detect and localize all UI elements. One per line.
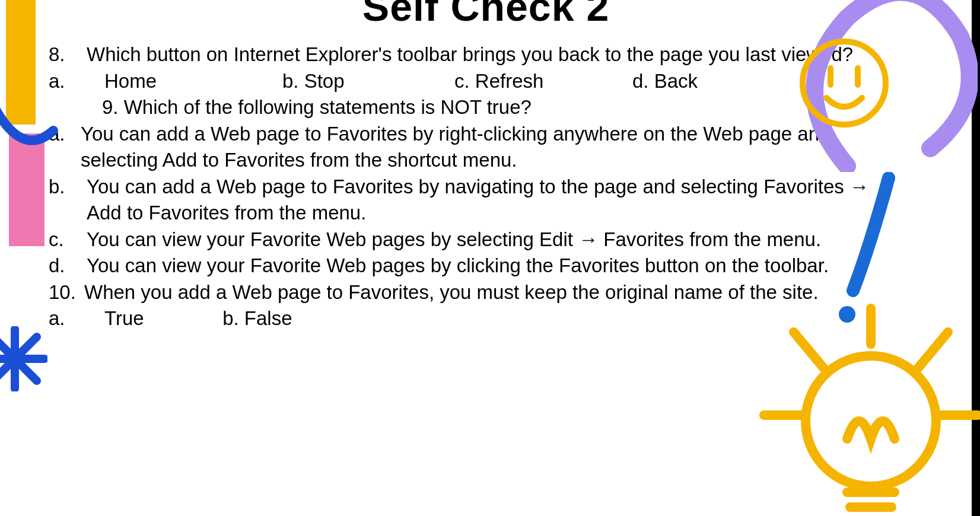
q8-options: a. Home b. Stop c. Refresh d. Back [49, 68, 877, 95]
q9-option-b-row: b. You can add a Web page to Favorites b… [49, 174, 877, 227]
q10-option-a: True [81, 305, 217, 332]
svg-line-5 [0, 337, 37, 381]
q9-a-label: a. [49, 121, 81, 174]
q10-text: When you add a Web page to Favorites, yo… [84, 279, 877, 306]
q9-option-d: You can view your Favorite Web pages by … [81, 253, 877, 279]
slide-title: Self Check 2 [0, 0, 972, 30]
pink-rect-icon [9, 133, 44, 246]
blue-asterisk-icon [0, 326, 47, 391]
q9-d-label: d. [49, 253, 81, 279]
svg-rect-1 [9, 133, 44, 246]
q9-option-c-row: c. You can view your Favorite Web pages … [49, 227, 877, 253]
q8-number: 8. [49, 42, 81, 68]
question-8: 8. Which button on Internet Explorer's t… [49, 42, 877, 68]
q9-option-a: You can add a Web page to Favorites by r… [81, 121, 877, 174]
q9-option-b: You can add a Web page to Favorites by n… [81, 174, 877, 227]
q8-option-a: Home [81, 68, 282, 95]
svg-line-4 [0, 337, 37, 381]
q8-option-d: d. Back [632, 68, 751, 95]
q9-option-a-row: a. You can add a Web page to Favorites b… [49, 121, 877, 174]
question-9-line: 9. Which of the following statements is … [102, 94, 877, 121]
question-10: 10. When you add a Web page to Favorites… [49, 279, 877, 306]
q8-text: Which button on Internet Explorer's tool… [81, 42, 877, 68]
lightbulb-icon [746, 302, 980, 516]
svg-line-11 [794, 332, 823, 368]
q9-b-label: b. [49, 174, 81, 227]
q8-option-c: c. Refresh [454, 68, 632, 95]
q8-option-b: b. Stop [282, 68, 454, 95]
svg-point-15 [806, 356, 936, 486]
q10-number: 10. [49, 279, 84, 306]
q10-option-b: b. False [222, 307, 292, 329]
q9-option-d-row: d. You can view your Favorite Web pages … [49, 253, 877, 279]
q10-a-label: a. [49, 305, 81, 332]
q10-options: a. True b. False [49, 305, 877, 332]
slide-body: 8. Which button on Internet Explorer's t… [49, 42, 877, 332]
slide: Self Check 2 8. Which button on Internet… [0, 0, 980, 516]
svg-line-12 [918, 332, 948, 368]
q8-a-label: a. [49, 68, 81, 95]
q9-option-c: You can view your Favorite Web pages by … [81, 227, 877, 253]
q9-c-label: c. [49, 227, 81, 253]
